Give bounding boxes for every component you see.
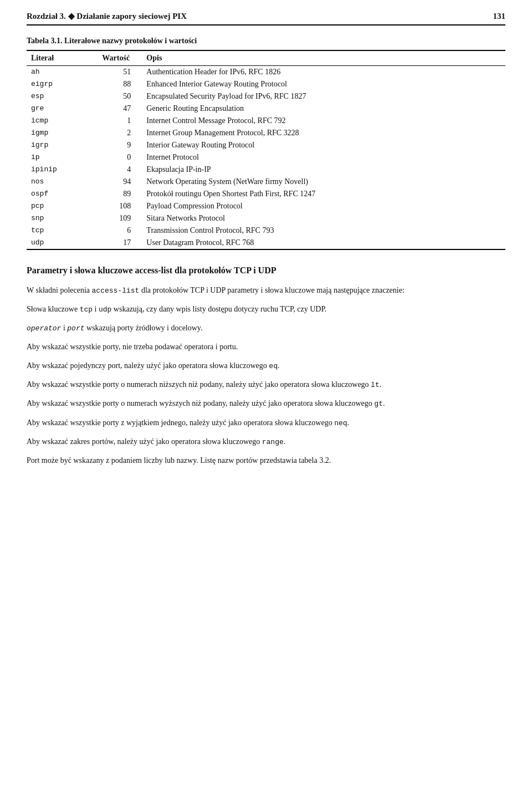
- chapter-title: Rozdział 3. ◆ Działanie zapory sieciowej…: [27, 11, 187, 21]
- cell-description: Protokół routingu Open Shortest Path Fir…: [142, 188, 505, 200]
- table-title: Tabela 3.1. Literałowe nazwy protokołów …: [27, 37, 505, 45]
- table-row: igrp9Interior Gateway Routing Protocol: [27, 139, 505, 151]
- cell-literal: igrp: [27, 139, 98, 151]
- cell-description: Generic Routing Encapsulation: [142, 103, 505, 115]
- cell-value: 47: [98, 103, 142, 115]
- inline-code: udp: [99, 305, 111, 314]
- paragraph-p3: operator i port wskazują porty źródłowy …: [27, 322, 505, 334]
- cell-description: Interior Gateway Routing Protocol: [142, 139, 505, 151]
- table-row: udp17User Datagram Protocol, RFC 768: [27, 237, 505, 249]
- cell-value: 51: [98, 66, 142, 79]
- page-container: Rozdział 3. ◆ Działanie zapory sieciowej…: [0, 0, 532, 496]
- cell-literal: igmp: [27, 127, 98, 139]
- table-row: ah51Authentication Header for IPv6, RFC …: [27, 66, 505, 79]
- cell-value: 108: [98, 200, 142, 212]
- cell-description: Transmission Control Protocol, RFC 793: [142, 225, 505, 237]
- cell-value: 109: [98, 212, 142, 225]
- cell-literal: ospf: [27, 188, 98, 200]
- cell-value: 88: [98, 78, 142, 90]
- table-row: tcp6Transmission Control Protocol, RFC 7…: [27, 225, 505, 237]
- col-header-value: Wartość: [98, 50, 142, 66]
- inline-code: access-list: [92, 287, 140, 295]
- cell-description: Payload Compression Protocol: [142, 200, 505, 212]
- paragraph-p8: Aby wskazać wszystkie porty z wyjątkiem …: [27, 417, 505, 429]
- section-heading: Parametry i słowa kluczowe access-list d…: [27, 266, 505, 276]
- table-row: snp109Sitara Networks Protocol: [27, 212, 505, 225]
- cell-literal: snp: [27, 212, 98, 225]
- col-header-description: Opis: [142, 50, 505, 66]
- page-header: Rozdział 3. ◆ Działanie zapory sieciowej…: [27, 11, 505, 25]
- inline-code: lt: [371, 381, 380, 389]
- cell-description: Ekapsulacja IP-in-IP: [142, 164, 505, 176]
- cell-literal: ipinip: [27, 164, 98, 176]
- protocol-table: Literał Wartość Opis ah51Authentication …: [27, 50, 505, 250]
- cell-literal: gre: [27, 103, 98, 115]
- inline-em: operator: [27, 324, 61, 333]
- paragraphs-container: W składni polecenia access-list dla prot…: [27, 284, 505, 467]
- cell-literal: udp: [27, 237, 98, 249]
- page-number: 131: [493, 12, 506, 21]
- paragraph-p7: Aby wskazać wszystkie porty o numerach w…: [27, 397, 505, 410]
- inline-code: gt: [374, 400, 383, 408]
- inline-code: range: [262, 438, 284, 446]
- cell-description: Internet Control Message Protocol, RFC 7…: [142, 115, 505, 127]
- paragraph-p1: W składni polecenia access-list dla prot…: [27, 284, 505, 297]
- cell-description: Sitara Networks Protocol: [142, 212, 505, 225]
- table-row: eigrp88Enhanced Interior Gateway Routing…: [27, 78, 505, 90]
- cell-literal: ah: [27, 66, 98, 79]
- inline-code: tcp: [80, 305, 93, 314]
- table-row: ipinip4Ekapsulacja IP-in-IP: [27, 164, 505, 176]
- table-row: gre47Generic Routing Encapsulation: [27, 103, 505, 115]
- cell-description: Enhanced Interior Gateway Routing Protoc…: [142, 78, 505, 90]
- paragraph-p4: Aby wskazać wszystkie porty, nie trzeba …: [27, 341, 505, 353]
- table-row: esp50Encapsulated Security Payload for I…: [27, 90, 505, 103]
- cell-literal: icmp: [27, 115, 98, 127]
- cell-literal: nos: [27, 176, 98, 188]
- paragraph-p5: Aby wskazać pojedynczy port, należy użyć…: [27, 360, 505, 372]
- inline-code: neq: [334, 419, 347, 427]
- table-header-row: Literał Wartość Opis: [27, 50, 505, 66]
- cell-literal: esp: [27, 90, 98, 103]
- cell-description: Encapsulated Security Payload for IPv6, …: [142, 90, 505, 103]
- cell-literal: ip: [27, 151, 98, 164]
- paragraph-p10: Port może być wskazany z podaniem liczby…: [27, 455, 505, 467]
- col-header-literal: Literał: [27, 50, 98, 66]
- cell-description: Network Operating System (NetWare firmy …: [142, 176, 505, 188]
- inline-code: eq: [269, 362, 278, 370]
- inline-em: port: [67, 324, 84, 333]
- cell-value: 50: [98, 90, 142, 103]
- cell-value: 4: [98, 164, 142, 176]
- cell-description: User Datagram Protocol, RFC 768: [142, 237, 505, 249]
- cell-value: 2: [98, 127, 142, 139]
- table-row: ospf89Protokół routingu Open Shortest Pa…: [27, 188, 505, 200]
- cell-value: 9: [98, 139, 142, 151]
- paragraph-p9: Aby wskazać zakres portów, należy użyć j…: [27, 436, 505, 448]
- table-row: icmp1Internet Control Message Protocol, …: [27, 115, 505, 127]
- cell-literal: eigrp: [27, 78, 98, 90]
- cell-value: 1: [98, 115, 142, 127]
- cell-value: 6: [98, 225, 142, 237]
- cell-description: Internet Protocol: [142, 151, 505, 164]
- cell-value: 94: [98, 176, 142, 188]
- table-row: nos94Network Operating System (NetWare f…: [27, 176, 505, 188]
- paragraph-p6: Aby wskazać wszystkie porty o numerach n…: [27, 379, 505, 391]
- cell-value: 17: [98, 237, 142, 249]
- table-row: ip0Internet Protocol: [27, 151, 505, 164]
- paragraph-p2: Słowa kluczowe tcp i udp wskazują, czy d…: [27, 303, 505, 315]
- cell-value: 0: [98, 151, 142, 164]
- table-row: igmp2Internet Group Management Protocol,…: [27, 127, 505, 139]
- cell-description: Internet Group Management Protocol, RFC …: [142, 127, 505, 139]
- cell-value: 89: [98, 188, 142, 200]
- cell-description: Authentication Header for IPv6, RFC 1826: [142, 66, 505, 79]
- table-row: pcp108Payload Compression Protocol: [27, 200, 505, 212]
- cell-literal: pcp: [27, 200, 98, 212]
- cell-literal: tcp: [27, 225, 98, 237]
